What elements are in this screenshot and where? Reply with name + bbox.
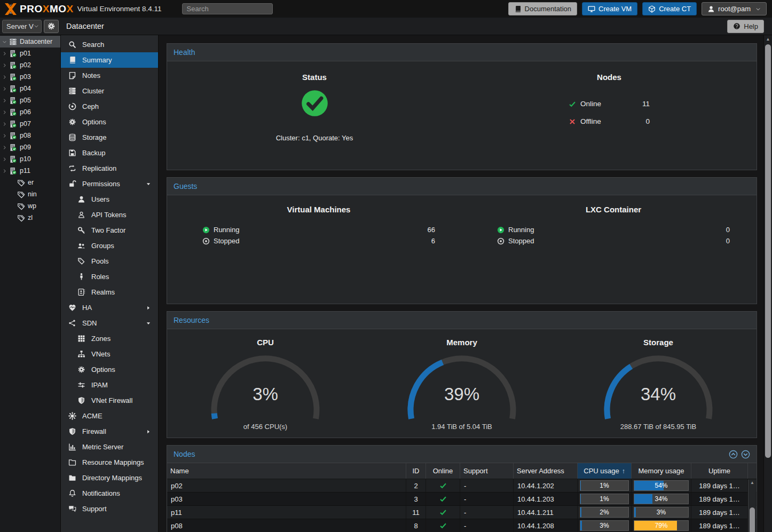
user-menu-button[interactable]: root@pam xyxy=(702,2,767,15)
tree-item-p09[interactable]: p09 xyxy=(0,141,60,153)
column-header-cpu-usage[interactable]: CPU usage↑ xyxy=(578,463,632,479)
menu-item-support[interactable]: Support xyxy=(61,501,158,517)
menu-item-firewall[interactable]: Firewall xyxy=(61,424,158,439)
nodes-table-body: p022-10.44.1.2021%54%189 days 1…p033-10.… xyxy=(167,479,757,532)
view-selector-combo[interactable]: Server View xyxy=(2,20,42,33)
column-header-server-address[interactable]: Server Address xyxy=(514,463,578,479)
tree-item-p01[interactable]: p01 xyxy=(0,47,60,59)
tree-item-p06[interactable]: p06 xyxy=(0,106,60,118)
collapse-up-button[interactable] xyxy=(729,450,738,459)
menu-item-permissions[interactable]: Permissions xyxy=(61,176,158,192)
tree-item-p02[interactable]: p02 xyxy=(0,59,60,71)
column-header-name[interactable]: Name xyxy=(167,463,406,479)
tree-item-p11[interactable]: p11 xyxy=(0,165,60,177)
menu-item-ceph[interactable]: Ceph xyxy=(61,99,158,114)
expander-right-icon[interactable] xyxy=(1,63,8,68)
tree-item-p04[interactable]: p04 xyxy=(0,83,60,94)
expander-right-icon[interactable] xyxy=(1,86,8,91)
menu-item-cluster[interactable]: Cluster xyxy=(61,83,158,99)
scroll-up-arrow-icon[interactable]: ▲ xyxy=(749,480,756,485)
column-header-support[interactable]: Support xyxy=(460,463,514,479)
tree-item-tag-wp[interactable]: wp xyxy=(0,200,60,212)
menu-item-resource-mappings[interactable]: Resource Mappings xyxy=(61,455,158,470)
expander-right-icon[interactable] xyxy=(1,110,8,115)
menu-item-summary[interactable]: Summary xyxy=(61,52,158,68)
expander-right-icon[interactable] xyxy=(1,75,8,80)
tree-item-p03[interactable]: p03 xyxy=(0,71,60,83)
storage-icon xyxy=(68,133,77,141)
documentation-button[interactable]: Documentation xyxy=(508,2,577,15)
tree-settings-button[interactable] xyxy=(44,20,59,33)
table-row-p02[interactable]: p022-10.44.1.2021%54%189 days 1… xyxy=(167,479,757,493)
vm-running-row: Running 66 xyxy=(202,224,435,235)
expander-right-icon[interactable] xyxy=(1,157,8,162)
expander-right-icon[interactable] xyxy=(1,51,8,56)
datacenter-icon xyxy=(9,38,17,46)
expander-right-icon[interactable] xyxy=(1,133,8,138)
menu-item-options[interactable]: Options xyxy=(61,114,158,130)
menu-item-pools[interactable]: Pools xyxy=(61,253,158,269)
menu-item-roles[interactable]: Roles xyxy=(61,269,158,284)
expander-right-icon[interactable] xyxy=(1,169,8,173)
menu-item-zones[interactable]: Zones xyxy=(61,331,158,346)
expander-down-icon[interactable] xyxy=(1,39,8,44)
create-ct-button[interactable]: Create CT xyxy=(642,2,697,15)
scroll-up-arrow-icon[interactable]: ▲ xyxy=(764,37,772,42)
menu-item-replication[interactable]: Replication xyxy=(61,161,158,176)
menu-item-users[interactable]: Users xyxy=(61,192,158,207)
collapse-down-button[interactable] xyxy=(741,450,750,459)
expander-right-icon[interactable] xyxy=(1,98,8,103)
menu-item-acme[interactable]: ACME xyxy=(61,408,158,424)
column-header-id[interactable]: ID xyxy=(406,463,426,479)
menu-item-vnets[interactable]: VNets xyxy=(61,346,158,362)
online-check-icon xyxy=(439,495,447,503)
create-vm-button[interactable]: Create VM xyxy=(582,2,637,15)
column-header-online[interactable]: Online xyxy=(426,463,460,479)
menu-item-sdn-options[interactable]: Options xyxy=(61,362,158,377)
tree-item-datacenter[interactable]: Datacenter xyxy=(0,36,60,47)
menu-item-storage[interactable]: Storage xyxy=(61,130,158,145)
menu-item-vnet-firewall[interactable]: VNet Firewall xyxy=(61,393,158,408)
global-search-input[interactable] xyxy=(182,3,273,14)
menu-item-search[interactable]: Search xyxy=(61,37,158,52)
virtual-machines-column: Virtual Machines Running 66 Stopped 6 xyxy=(167,195,462,247)
menu-item-directory-mappings[interactable]: Directory Mappings xyxy=(61,470,158,486)
menu-item-backup[interactable]: Backup xyxy=(61,145,158,161)
column-header-memory-usage[interactable]: Memory usage xyxy=(632,463,691,479)
table-scrollbar-thumb[interactable] xyxy=(750,507,755,532)
menu-item-ipam[interactable]: IPAM xyxy=(61,377,158,393)
table-row-p08[interactable]: p088-10.44.1.2083%79%189 days 1… xyxy=(167,519,757,532)
expander-right-icon[interactable] xyxy=(1,122,8,126)
node-name: p02 xyxy=(167,479,406,492)
tree-item-p08[interactable]: p08 xyxy=(0,130,60,141)
gauge-title: Memory xyxy=(446,338,477,347)
tree-item-p05[interactable]: p05 xyxy=(0,94,60,106)
tree-item-p10[interactable]: p10 xyxy=(0,153,60,165)
menu-item-two-factor[interactable]: Two Factor xyxy=(61,223,158,238)
menu-item-realms[interactable]: Realms xyxy=(61,284,158,300)
main-scrollbar-thumb[interactable] xyxy=(765,44,771,458)
stop-circle-icon xyxy=(497,237,505,245)
column-header-uptime[interactable]: Uptime xyxy=(691,463,748,479)
table-row-p03[interactable]: p033-10.44.1.2031%34%189 days 1… xyxy=(167,493,757,506)
menu-item-notifications[interactable]: Notifications xyxy=(61,486,158,501)
table-scrollbar[interactable]: ▲ xyxy=(748,480,756,532)
main-scrollbar[interactable]: ▲ xyxy=(763,35,772,532)
folder-icon xyxy=(68,474,77,482)
menu-item-sdn[interactable]: SDN xyxy=(61,315,158,331)
tree-item-tag-nin[interactable]: nin xyxy=(0,188,60,200)
expander-right-icon[interactable] xyxy=(1,145,8,150)
tree-item-p07[interactable]: p07 xyxy=(0,118,60,130)
menu-item-metric-server[interactable]: Metric Server xyxy=(61,439,158,455)
menu-item-label: Firewall xyxy=(82,427,106,435)
menu-item-api-tokens[interactable]: API Tokens xyxy=(61,207,158,223)
menu-item-notes[interactable]: Notes xyxy=(61,68,158,83)
table-row-p11[interactable]: p1111-10.44.1.2112%3%189 days 1… xyxy=(167,506,757,519)
menu-item-ha[interactable]: HA xyxy=(61,300,158,315)
menu-item-groups[interactable]: Groups xyxy=(61,238,158,253)
tree-item-tag-er[interactable]: er xyxy=(0,177,60,188)
nodes-status-column: Nodes Online 11 Offline 0 xyxy=(462,61,757,142)
help-button[interactable]: Help xyxy=(727,20,764,33)
tree-item-tag-zl[interactable]: zl xyxy=(0,212,60,224)
gear-icon xyxy=(77,366,86,374)
